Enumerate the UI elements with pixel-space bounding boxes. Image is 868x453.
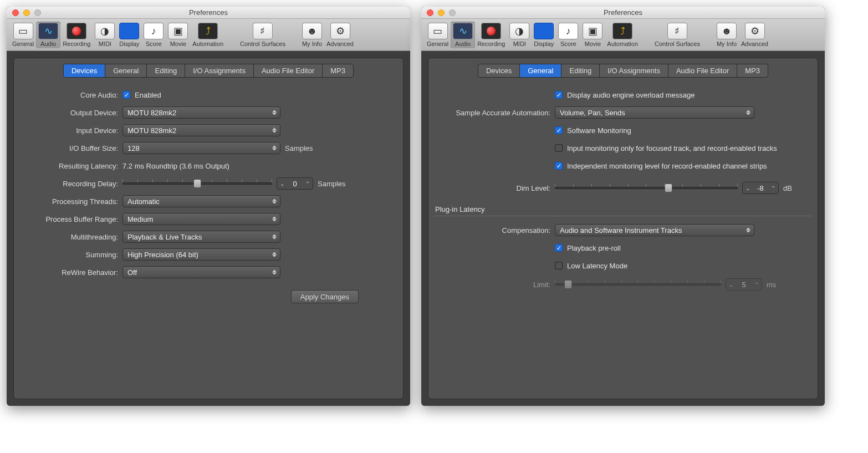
process-buffer-label: Process Buffer Range: — [19, 215, 122, 223]
limit-unit: ms — [767, 281, 776, 289]
software-monitoring-label: Software Monitoring — [567, 126, 631, 135]
stepper-up-icon[interactable]: ⌃ — [768, 185, 778, 191]
independent-monitoring-label: Independent monitoring level for record-… — [567, 162, 767, 170]
compensation-label: Compensation: — [434, 226, 555, 235]
control-surfaces-icon: ♯ — [667, 23, 687, 39]
core-audio-label: Core Audio: — [19, 91, 122, 99]
recording-icon — [481, 23, 501, 39]
tab-general[interactable]: General — [520, 64, 561, 77]
toolbar-audio[interactable]: ∿Audio — [451, 22, 475, 48]
window-title: Preferences — [7, 8, 410, 17]
stepper-down-icon[interactable]: ⌄ — [743, 185, 753, 191]
toolbar-recording[interactable]: Recording — [475, 22, 507, 48]
preferences-window-devices: Preferences ▭General ∿Audio Recording ◑M… — [7, 7, 410, 406]
overload-checkbox[interactable] — [555, 91, 563, 99]
multithreading-select[interactable]: Playback & Live Tracks — [122, 231, 280, 243]
recording-delay-label: Recording Delay: — [19, 180, 122, 188]
recording-delay-slider[interactable] — [122, 177, 272, 190]
toolbar-midi[interactable]: ◑MIDI — [93, 22, 117, 48]
recording-delay-stepper[interactable]: ⌄ 0 ⌃ — [277, 177, 313, 190]
preferences-toolbar: ▭General ∿Audio Recording ◑MIDI Display … — [421, 19, 825, 51]
process-buffer-select[interactable]: Medium — [122, 213, 280, 225]
tab-audio-file-editor[interactable]: Audio File Editor — [668, 64, 737, 77]
toolbar-display[interactable]: Display — [532, 22, 556, 48]
toolbar-audio[interactable]: ∿Audio — [36, 22, 60, 48]
general-panel: Devices General Editing I/O Assignments … — [428, 58, 818, 399]
toolbar-automation[interactable]: ⤴Automation — [605, 22, 640, 48]
summing-label: Summing: — [19, 251, 122, 259]
input-monitoring-checkbox[interactable] — [555, 144, 563, 152]
titlebar[interactable]: Preferences — [7, 7, 410, 19]
toolbar-movie[interactable]: ▣Movie — [166, 22, 190, 48]
dim-level-label: Dim Level: — [434, 184, 555, 192]
summing-select[interactable]: High Precision (64 bit) — [122, 248, 280, 261]
stepper-up-icon: ⌃ — [752, 282, 762, 288]
tab-audio-file-editor[interactable]: Audio File Editor — [254, 64, 323, 77]
audio-icon: ∿ — [38, 23, 58, 39]
toolbar-score[interactable]: ♪Score — [556, 22, 580, 48]
toolbar-recording[interactable]: Recording — [60, 22, 93, 48]
io-buffer-select[interactable]: 128 — [122, 142, 280, 154]
preroll-checkbox[interactable] — [555, 244, 563, 252]
core-audio-text: Enabled — [135, 91, 161, 99]
apply-changes-button[interactable]: Apply Changes — [291, 290, 359, 303]
overload-label: Display audio engine overload message — [567, 91, 695, 99]
titlebar[interactable]: Preferences — [421, 7, 825, 19]
software-monitoring-checkbox[interactable] — [555, 126, 563, 134]
toolbar-advanced[interactable]: ⚙Advanced — [324, 22, 356, 48]
toolbar-advanced[interactable]: ⚙Advanced — [739, 22, 770, 48]
general-icon: ▭ — [13, 23, 33, 39]
tab-devices[interactable]: Devices — [478, 64, 520, 77]
sample-accurate-label: Sample Accurate Automation: — [434, 109, 555, 117]
recording-icon — [67, 23, 86, 39]
independent-monitoring-checkbox[interactable] — [555, 162, 563, 170]
toolbar-my-info[interactable]: ☻My Info — [714, 22, 739, 48]
tab-io-assignments[interactable]: I/O Assignments — [185, 64, 254, 77]
toolbar-midi[interactable]: ◑MIDI — [507, 22, 532, 48]
toolbar-score[interactable]: ♪Score — [141, 22, 166, 48]
stepper-down-icon[interactable]: ⌄ — [277, 181, 287, 187]
latency-value: 7.2 ms Roundtrip (3.6 ms Output) — [122, 162, 229, 170]
audio-tab-bar: Devices General Editing I/O Assignments … — [63, 64, 354, 78]
output-device-select[interactable]: MOTU 828mk2 — [122, 106, 280, 119]
multithreading-label: Multithreading: — [19, 233, 122, 241]
io-buffer-label: I/O Buffer Size: — [19, 144, 122, 152]
sample-accurate-select[interactable]: Volume, Pan, Sends — [555, 106, 754, 119]
low-latency-checkbox[interactable] — [555, 262, 563, 269]
tab-editing[interactable]: Editing — [561, 64, 600, 77]
tab-general[interactable]: General — [105, 64, 147, 77]
low-latency-label: Low Latency Mode — [567, 262, 627, 270]
toolbar-movie[interactable]: ▣Movie — [580, 22, 605, 48]
stepper-up-icon[interactable]: ⌃ — [303, 181, 313, 187]
toolbar-display[interactable]: Display — [117, 22, 141, 48]
compensation-select[interactable]: Audio and Software Instrument Tracks — [555, 224, 754, 236]
dim-level-stepper[interactable]: ⌄ -8 ⌃ — [742, 182, 779, 194]
toolbar-my-info[interactable]: ☻My Info — [300, 22, 324, 48]
threads-select[interactable]: Automatic — [122, 195, 280, 207]
movie-icon: ▣ — [168, 23, 188, 39]
preferences-window-general: Preferences ▭General ∿Audio Recording ◑M… — [421, 7, 825, 406]
tab-devices[interactable]: Devices — [64, 64, 105, 77]
rewire-label: ReWire Behavior: — [19, 268, 122, 277]
toolbar-general[interactable]: ▭General — [425, 22, 451, 48]
input-monitoring-label: Input monitoring only for focused track,… — [567, 144, 777, 152]
tab-editing[interactable]: Editing — [147, 64, 185, 77]
dim-level-slider[interactable] — [555, 182, 738, 194]
window-title: Preferences — [421, 8, 825, 17]
general-icon: ▭ — [428, 23, 448, 39]
tab-mp3[interactable]: MP3 — [323, 64, 353, 77]
toolbar-control-surfaces[interactable]: ♯Control Surfaces — [238, 22, 288, 48]
limit-stepper: ⌄ 5 ⌃ — [726, 278, 762, 291]
divider — [434, 216, 812, 216]
score-icon: ♪ — [144, 23, 164, 39]
input-device-select[interactable]: MOTU 828mk2 — [122, 124, 280, 136]
midi-icon: ◑ — [509, 23, 529, 39]
core-audio-checkbox[interactable] — [122, 91, 130, 99]
tab-io-assignments[interactable]: I/O Assignments — [600, 64, 668, 77]
toolbar-control-surfaces[interactable]: ♯Control Surfaces — [652, 22, 702, 48]
rewire-select[interactable]: Off — [122, 266, 280, 278]
toolbar-general[interactable]: ▭General — [10, 22, 36, 48]
toolbar-automation[interactable]: ⤴Automation — [190, 22, 226, 48]
tab-mp3[interactable]: MP3 — [737, 64, 768, 77]
display-icon — [534, 23, 554, 39]
